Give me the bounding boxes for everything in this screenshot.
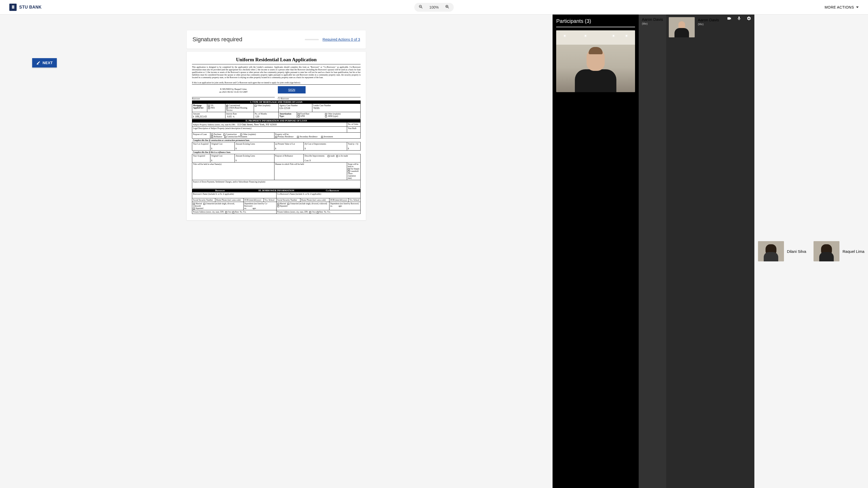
months-value: 120	[255, 115, 259, 118]
logo-icon: Ⅲ	[9, 4, 17, 11]
brand-logo: Ⅲ STU BANK	[9, 4, 42, 11]
progress-bar	[305, 39, 319, 40]
more-actions-label: MORE ACTIONS	[825, 5, 854, 9]
main-video-feed[interactable]	[556, 30, 635, 92]
document-page: Uniform Residential Loan Application Thi…	[187, 51, 366, 220]
media-controls	[722, 15, 754, 488]
lender-case-value: 76595	[313, 107, 319, 110]
brand-name: STU BANK	[19, 5, 42, 9]
next-label: NEXT	[42, 61, 53, 65]
rate-value: 6.65	[227, 115, 232, 118]
section-3-bar: Borrower III. BORROWER INFORMATION Co-Bo…	[192, 189, 361, 192]
amount-value: 189,313.43	[195, 115, 207, 118]
svg-line-4	[448, 7, 449, 8]
mortgage-table: Mortgage Applied for: VAFHA Conventional…	[192, 104, 361, 119]
intro-text: This application is designed to be compl…	[192, 66, 361, 79]
zoom-out-icon[interactable]	[418, 4, 423, 10]
signatures-title: Signatures required	[192, 36, 242, 43]
video-thumbnail	[813, 241, 839, 261]
svg-line-1	[421, 7, 422, 8]
settings-icon[interactable]	[747, 16, 751, 485]
participant-row[interactable]: Dilani Silva	[754, 15, 810, 488]
section-1-bar: I. TYPE OF MORTGAGE AND TERMS OF LOAN	[192, 101, 361, 104]
zoom-level: 100%	[429, 5, 439, 9]
participants-heading: Participants (3)	[556, 18, 635, 24]
participant-name: Raquel Lima	[843, 249, 864, 254]
video-thumbnail	[669, 17, 695, 37]
coborrower-sig-line: Co-Borrower	[278, 97, 361, 100]
app-header: Ⅲ STU BANK 100% MORE ACTIONS	[0, 0, 868, 15]
participant-name: Dilani Silva	[787, 249, 806, 254]
zoom-in-icon[interactable]	[445, 4, 450, 10]
zoom-control: 100%	[414, 3, 454, 12]
next-button[interactable]: NEXT	[32, 58, 57, 67]
microphone-icon[interactable]	[737, 16, 741, 485]
esigned-stamp: E-SIGNED by Raquel Lima on 2021-06-02 13…	[192, 88, 275, 93]
participant-self-row[interactable]: Aaron Davis (Me)	[666, 15, 722, 488]
sign-button[interactable]: SIGN	[278, 86, 306, 93]
signatures-card: Signatures required Required Actions 0 o…	[187, 30, 366, 49]
camera-icon[interactable]	[727, 16, 732, 485]
participant-me-label: (Me)	[698, 23, 719, 26]
document-viewport[interactable]: NEXT Signatures required Required Action…	[0, 15, 553, 488]
property-table: Subject Property Address (street, city, …	[192, 122, 361, 189]
section-2-bar: II. PROPERTY INFORMATION AND PURPOSE OF …	[192, 119, 361, 122]
video-thumbnail	[758, 241, 784, 261]
doc-title: Uniform Residential Loan Application	[192, 57, 361, 62]
required-actions-link[interactable]: Required Actions 0 of 3	[322, 37, 360, 41]
borrower-info-table: Borrower's Name (include Jr. or Sr. if a…	[192, 192, 361, 214]
borrower-sig-line: Borrower	[192, 97, 275, 100]
pencil-icon	[36, 61, 40, 65]
property-address: 113 Oak Street, New York, NY 02918	[237, 123, 277, 126]
agency-case-value: GS-12518	[279, 107, 290, 110]
more-actions-menu[interactable]: MORE ACTIONS	[825, 5, 859, 9]
participants-panel: Participants (3)	[553, 15, 639, 488]
joint-credit-text: If this is an application for joint cred…	[192, 82, 361, 85]
participant-name: Aaron Davis	[642, 17, 663, 22]
main-video-caption: Aaron Davis (Me)	[639, 15, 666, 488]
participant-name: Aaron Davis	[698, 18, 719, 22]
chevron-down-icon	[856, 6, 859, 8]
svg-rect-7	[37, 64, 39, 65]
participant-me-label: (Me)	[642, 22, 663, 25]
participant-row[interactable]: Raquel Lima	[810, 15, 868, 488]
